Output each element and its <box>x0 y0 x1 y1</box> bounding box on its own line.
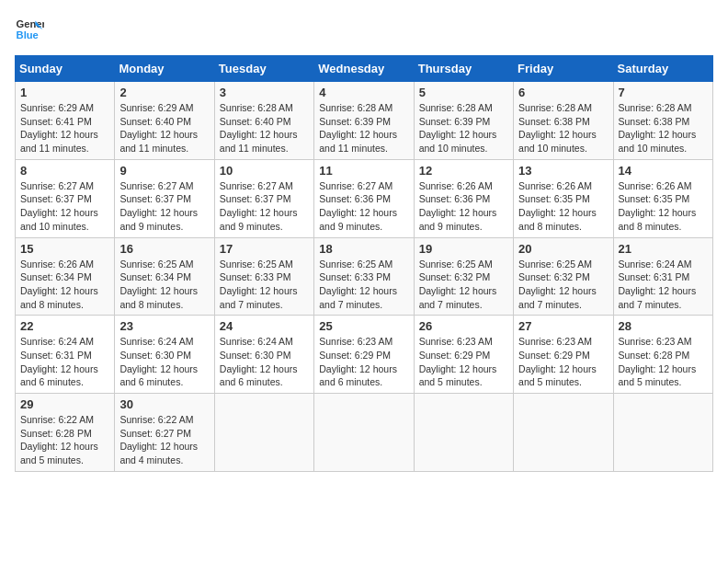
calendar-cell: 15 Sunrise: 6:26 AMSunset: 6:34 PMDaylig… <box>16 237 115 316</box>
day-info: Sunrise: 6:25 AMSunset: 6:33 PMDaylight:… <box>220 259 298 310</box>
day-info: Sunrise: 6:27 AMSunset: 6:37 PMDaylight:… <box>20 180 98 232</box>
calendar-cell: 6 Sunrise: 6:28 AMSunset: 6:38 PMDayligh… <box>514 82 613 160</box>
day-info: Sunrise: 6:29 AMSunset: 6:40 PMDaylight:… <box>119 102 198 154</box>
calendar-cell <box>514 394 613 472</box>
calendar-cell: 13 Sunrise: 6:26 AMSunset: 6:35 PMDaylig… <box>514 159 613 237</box>
day-info: Sunrise: 6:27 AMSunset: 6:37 PMDaylight:… <box>220 180 298 232</box>
calendar-cell <box>414 394 513 472</box>
day-info: Sunrise: 6:26 AMSunset: 6:36 PMDaylight:… <box>419 180 497 232</box>
day-info: Sunrise: 6:28 AMSunset: 6:39 PMDaylight:… <box>419 102 497 154</box>
calendar-cell: 5 Sunrise: 6:28 AMSunset: 6:39 PMDayligh… <box>414 82 513 160</box>
day-info: Sunrise: 6:28 AMSunset: 6:38 PMDaylight:… <box>518 102 597 154</box>
calendar-cell: 18 Sunrise: 6:25 AMSunset: 6:33 PMDaylig… <box>314 237 414 316</box>
day-number: 27 <box>518 319 608 333</box>
day-number: 8 <box>20 164 109 178</box>
calendar-cell: 19 Sunrise: 6:25 AMSunset: 6:32 PMDaylig… <box>414 237 513 316</box>
calendar-cell: 8 Sunrise: 6:27 AMSunset: 6:37 PMDayligh… <box>16 159 115 237</box>
calendar-cell: 20 Sunrise: 6:25 AMSunset: 6:32 PMDaylig… <box>514 237 613 316</box>
col-header-saturday: Saturday <box>613 56 712 82</box>
day-number: 19 <box>419 242 508 256</box>
calendar-week-5: 29 Sunrise: 6:22 AMSunset: 6:28 PMDaylig… <box>16 394 713 472</box>
calendar-cell: 17 Sunrise: 6:25 AMSunset: 6:33 PMDaylig… <box>214 237 313 316</box>
calendar-week-3: 15 Sunrise: 6:26 AMSunset: 6:34 PMDaylig… <box>16 237 713 316</box>
day-number: 23 <box>119 319 209 333</box>
header-row: SundayMondayTuesdayWednesdayThursdayFrid… <box>16 56 713 82</box>
day-number: 22 <box>20 319 109 333</box>
col-header-tuesday: Tuesday <box>214 56 313 82</box>
calendar-week-2: 8 Sunrise: 6:27 AMSunset: 6:37 PMDayligh… <box>16 159 713 237</box>
day-number: 21 <box>619 242 708 256</box>
day-number: 25 <box>319 319 408 333</box>
calendar-cell: 30 Sunrise: 6:22 AMSunset: 6:27 PMDaylig… <box>115 394 214 472</box>
day-number: 18 <box>319 242 408 256</box>
calendar-cell <box>314 394 414 472</box>
day-number: 2 <box>119 86 209 99</box>
day-number: 10 <box>220 164 309 178</box>
day-info: Sunrise: 6:23 AMSunset: 6:28 PMDaylight:… <box>619 336 697 387</box>
calendar-cell: 16 Sunrise: 6:25 AMSunset: 6:34 PMDaylig… <box>115 237 214 316</box>
day-number: 16 <box>119 242 209 256</box>
day-number: 6 <box>518 86 608 99</box>
day-info: Sunrise: 6:24 AMSunset: 6:30 PMDaylight:… <box>119 336 198 387</box>
day-number: 30 <box>119 397 209 411</box>
calendar-cell: 23 Sunrise: 6:24 AMSunset: 6:30 PMDaylig… <box>115 316 214 394</box>
day-number: 9 <box>119 164 209 178</box>
calendar-cell: 29 Sunrise: 6:22 AMSunset: 6:28 PMDaylig… <box>16 394 115 472</box>
day-info: Sunrise: 6:27 AMSunset: 6:37 PMDaylight:… <box>119 180 198 232</box>
calendar-cell: 7 Sunrise: 6:28 AMSunset: 6:38 PMDayligh… <box>613 82 712 160</box>
day-info: Sunrise: 6:27 AMSunset: 6:36 PMDaylight:… <box>319 180 397 232</box>
day-number: 4 <box>319 86 408 99</box>
calendar-cell: 4 Sunrise: 6:28 AMSunset: 6:39 PMDayligh… <box>314 82 414 160</box>
day-number: 5 <box>419 86 508 99</box>
calendar-cell: 14 Sunrise: 6:26 AMSunset: 6:35 PMDaylig… <box>613 159 712 237</box>
col-header-friday: Friday <box>514 56 613 82</box>
day-info: Sunrise: 6:22 AMSunset: 6:27 PMDaylight:… <box>119 414 198 465</box>
day-info: Sunrise: 6:26 AMSunset: 6:35 PMDaylight:… <box>518 180 597 232</box>
col-header-sunday: Sunday <box>16 56 115 82</box>
calendar-cell: 11 Sunrise: 6:27 AMSunset: 6:36 PMDaylig… <box>314 159 414 237</box>
day-info: Sunrise: 6:28 AMSunset: 6:39 PMDaylight:… <box>319 102 397 154</box>
col-header-wednesday: Wednesday <box>314 56 414 82</box>
day-info: Sunrise: 6:23 AMSunset: 6:29 PMDaylight:… <box>518 336 597 387</box>
day-info: Sunrise: 6:28 AMSunset: 6:40 PMDaylight:… <box>220 102 298 154</box>
header: General Blue <box>15 15 713 44</box>
calendar-cell <box>214 394 313 472</box>
day-info: Sunrise: 6:24 AMSunset: 6:31 PMDaylight:… <box>20 336 98 387</box>
calendar-cell: 1 Sunrise: 6:29 AMSunset: 6:41 PMDayligh… <box>16 82 115 160</box>
calendar-cell: 25 Sunrise: 6:23 AMSunset: 6:29 PMDaylig… <box>314 316 414 394</box>
calendar-cell: 24 Sunrise: 6:24 AMSunset: 6:30 PMDaylig… <box>214 316 313 394</box>
col-header-thursday: Thursday <box>414 56 513 82</box>
day-info: Sunrise: 6:25 AMSunset: 6:32 PMDaylight:… <box>518 259 597 310</box>
day-info: Sunrise: 6:29 AMSunset: 6:41 PMDaylight:… <box>20 102 98 154</box>
day-number: 20 <box>518 242 608 256</box>
calendar-cell: 22 Sunrise: 6:24 AMSunset: 6:31 PMDaylig… <box>16 316 115 394</box>
calendar-cell: 12 Sunrise: 6:26 AMSunset: 6:36 PMDaylig… <box>414 159 513 237</box>
day-info: Sunrise: 6:26 AMSunset: 6:34 PMDaylight:… <box>20 259 98 310</box>
day-number: 17 <box>220 242 309 256</box>
day-info: Sunrise: 6:23 AMSunset: 6:29 PMDaylight:… <box>319 336 397 387</box>
day-number: 7 <box>619 86 708 99</box>
day-info: Sunrise: 6:23 AMSunset: 6:29 PMDaylight:… <box>419 336 497 387</box>
day-info: Sunrise: 6:26 AMSunset: 6:35 PMDaylight:… <box>619 180 697 232</box>
svg-text:General: General <box>17 18 44 29</box>
calendar-cell: 27 Sunrise: 6:23 AMSunset: 6:29 PMDaylig… <box>514 316 613 394</box>
day-info: Sunrise: 6:24 AMSunset: 6:31 PMDaylight:… <box>619 259 697 310</box>
day-number: 26 <box>419 319 508 333</box>
day-number: 28 <box>619 319 708 333</box>
day-number: 3 <box>220 86 309 99</box>
day-info: Sunrise: 6:24 AMSunset: 6:30 PMDaylight:… <box>220 336 298 387</box>
calendar-week-4: 22 Sunrise: 6:24 AMSunset: 6:31 PMDaylig… <box>16 316 713 394</box>
calendar-cell <box>613 394 712 472</box>
day-number: 1 <box>20 86 109 99</box>
svg-text:Blue: Blue <box>17 29 39 40</box>
day-info: Sunrise: 6:28 AMSunset: 6:38 PMDaylight:… <box>619 102 697 154</box>
calendar-cell: 28 Sunrise: 6:23 AMSunset: 6:28 PMDaylig… <box>613 316 712 394</box>
calendar-week-1: 1 Sunrise: 6:29 AMSunset: 6:41 PMDayligh… <box>16 82 713 160</box>
calendar-cell: 3 Sunrise: 6:28 AMSunset: 6:40 PMDayligh… <box>214 82 313 160</box>
logo: General Blue <box>15 15 44 44</box>
day-number: 13 <box>518 164 608 178</box>
day-info: Sunrise: 6:25 AMSunset: 6:33 PMDaylight:… <box>319 259 397 310</box>
day-number: 24 <box>220 319 309 333</box>
col-header-monday: Monday <box>115 56 214 82</box>
day-info: Sunrise: 6:25 AMSunset: 6:34 PMDaylight:… <box>119 259 198 310</box>
